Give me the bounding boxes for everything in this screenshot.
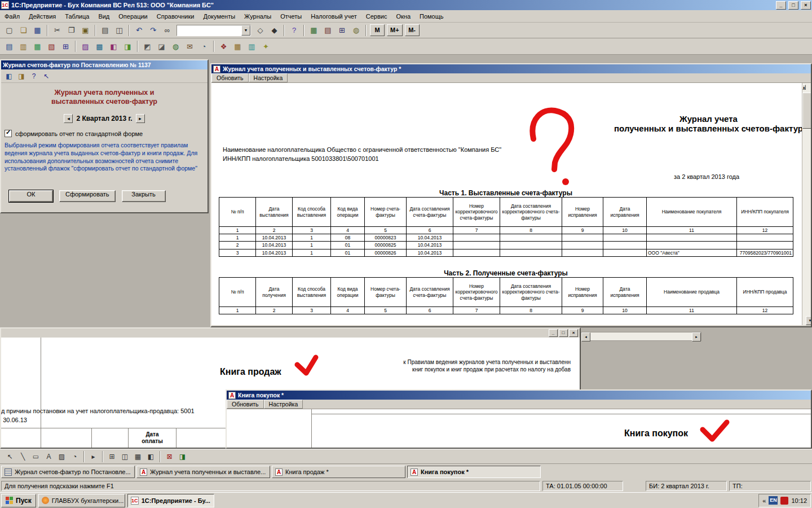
menu-item-references[interactable]: Справочники: [152, 11, 199, 22]
menu-item-file[interactable]: Файл: [0, 11, 24, 22]
table-cell[interactable]: Номер счета-фактуры: [365, 198, 407, 227]
table-cell[interactable]: Наименование покупателя: [647, 198, 737, 227]
table-cell[interactable]: Дата составления корректировочного счета…: [500, 278, 562, 307]
table-cell[interactable]: [562, 234, 603, 242]
language-indicator[interactable]: EN: [769, 496, 778, 505]
scroll-up-icon[interactable]: ▴: [802, 85, 806, 90]
globe-icon[interactable]: ◍: [169, 40, 182, 53]
temp-save-icon[interactable]: ◍: [350, 24, 363, 37]
menu-item-help[interactable]: Помощь: [415, 11, 448, 22]
settings-button[interactable]: Настройка: [264, 400, 303, 409]
mail-icon[interactable]: ✉: [183, 40, 196, 53]
table-cell[interactable]: 10: [603, 227, 647, 234]
section-names-icon[interactable]: ⊞: [106, 450, 118, 462]
print-preview-icon[interactable]: ◫: [113, 24, 126, 37]
diagram-tool-icon[interactable]: ◔: [69, 450, 81, 462]
table-cell[interactable]: 00000825: [365, 242, 407, 249]
picture-tool-icon[interactable]: ▨: [56, 450, 68, 462]
table-cell[interactable]: 10.04.2013: [407, 249, 453, 256]
table-cell[interactable]: 00000823: [365, 234, 407, 242]
table-cell[interactable]: 8: [500, 227, 562, 234]
table-cell[interactable]: 10: [603, 307, 647, 314]
table-cell[interactable]: 1: [219, 227, 256, 234]
memory-subtract-button[interactable]: М-: [405, 24, 420, 36]
table-cell[interactable]: № п/п: [219, 198, 256, 227]
help-icon[interactable]: ?: [28, 71, 39, 82]
table-cell[interactable]: [737, 242, 793, 249]
calculator-icon[interactable]: ▦: [307, 24, 320, 37]
cursor-mode-icon[interactable]: ▸: [87, 450, 99, 462]
ok-button[interactable]: ОК: [9, 190, 53, 202]
table-cell[interactable]: 5: [365, 227, 407, 234]
chevron-down-icon[interactable]: ▼: [241, 25, 250, 36]
table-cell[interactable]: 12: [737, 307, 793, 314]
standard-form-checkbox-label[interactable]: сформировать отчет по стандартной форме: [15, 130, 143, 137]
table-cell[interactable]: 7: [453, 307, 500, 314]
scroll-left-icon[interactable]: ◂: [581, 332, 590, 341]
table-cell[interactable]: 2: [256, 227, 293, 234]
table-cell[interactable]: 12: [737, 227, 793, 234]
tab-sales-book[interactable]: А Книга продаж *: [272, 466, 405, 478]
menu-item-tax-accounting[interactable]: Налоговый учет: [306, 11, 361, 22]
open-folder-icon[interactable]: ❏: [17, 24, 30, 37]
table-cell[interactable]: [603, 249, 647, 256]
table-cell[interactable]: 10.04.2013: [407, 234, 453, 242]
monitor-icon[interactable]: ❖: [217, 40, 230, 53]
table-cell[interactable]: Номер корректировочного счета-фактуры: [453, 198, 500, 227]
menu-item-view[interactable]: Вид: [94, 11, 114, 22]
table-cell[interactable]: 2: [256, 307, 293, 314]
table-cell[interactable]: 10.04.2013: [256, 242, 293, 249]
context-help-icon[interactable]: ↖: [41, 71, 52, 82]
table-cell[interactable]: Код способа выставления: [293, 278, 331, 307]
table-cell[interactable]: 3: [293, 227, 331, 234]
table-settings-icon[interactable]: ◩: [141, 40, 154, 53]
find-icon[interactable]: ∞: [161, 24, 174, 37]
table-cell[interactable]: 00000826: [365, 249, 407, 256]
table-cell[interactable]: № п/п: [219, 278, 256, 307]
menu-item-operations[interactable]: Операции: [114, 11, 152, 22]
settings-button[interactable]: Настройка: [249, 73, 288, 82]
calendar-small-icon[interactable]: ▦: [231, 40, 244, 53]
table-cell[interactable]: [453, 242, 500, 249]
table-cell[interactable]: 1: [293, 234, 331, 242]
table-cell[interactable]: 1: [293, 242, 331, 249]
table-cell[interactable]: 10.04.2013: [256, 249, 293, 256]
references-icon[interactable]: ▨: [79, 40, 92, 53]
find-next-icon[interactable]: ◇: [254, 24, 267, 37]
help-icon[interactable]: ?: [288, 24, 301, 37]
new-document-icon[interactable]: ▢: [3, 24, 16, 37]
constants-icon[interactable]: ▩: [93, 40, 106, 53]
report-settings-icon[interactable]: ◧: [3, 71, 15, 82]
start-button[interactable]: Пуск: [1, 494, 36, 507]
headers-icon[interactable]: ◫: [119, 450, 131, 462]
minimize-button[interactable]: _: [776, 1, 786, 10]
paste-icon[interactable]: ▣: [79, 24, 92, 37]
task-glavbuh[interactable]: ГЛАВБУХ бухгалтерски...: [38, 494, 125, 507]
journal-titlebar[interactable]: А Журнал учета полученных и выставленных…: [211, 64, 811, 73]
tray-1c-icon[interactable]: [780, 497, 788, 505]
operations-journal-icon[interactable]: ▤: [3, 40, 16, 53]
table-cell[interactable]: 01: [331, 242, 365, 249]
calculator-small-icon[interactable]: ▥: [245, 40, 258, 53]
table-cell[interactable]: ООО "Авеста": [647, 249, 737, 256]
copy-icon[interactable]: ❐: [65, 24, 78, 37]
table-cell[interactable]: 6: [407, 227, 453, 234]
refresh-button[interactable]: Обновить: [227, 400, 264, 409]
tab-purchase-book[interactable]: А Книга покупок *: [407, 466, 541, 478]
line-tool-icon[interactable]: ╲: [17, 450, 29, 462]
postings-journal-icon[interactable]: ▦: [31, 40, 44, 53]
table-cell[interactable]: 6: [407, 307, 453, 314]
table-cell[interactable]: 9: [562, 227, 603, 234]
previous-period-button[interactable]: ◂: [64, 114, 73, 123]
table-cell[interactable]: 7: [453, 227, 500, 234]
table-cell[interactable]: Код вида операции: [331, 278, 365, 307]
rectangle-tool-icon[interactable]: ▭: [30, 450, 42, 462]
table-cell[interactable]: Дата исправления: [603, 198, 647, 227]
memory-add-button[interactable]: М+: [387, 24, 403, 36]
table-cell[interactable]: 01: [331, 249, 365, 256]
table-cell[interactable]: Дата выставления: [256, 198, 293, 227]
purchase-book-titlebar[interactable]: А Книга покупок *: [227, 391, 811, 400]
scroll-right-icon[interactable]: ▸: [692, 332, 701, 341]
grid-icon[interactable]: ▦: [132, 450, 144, 462]
page-view-icon[interactable]: ◨: [176, 450, 188, 462]
